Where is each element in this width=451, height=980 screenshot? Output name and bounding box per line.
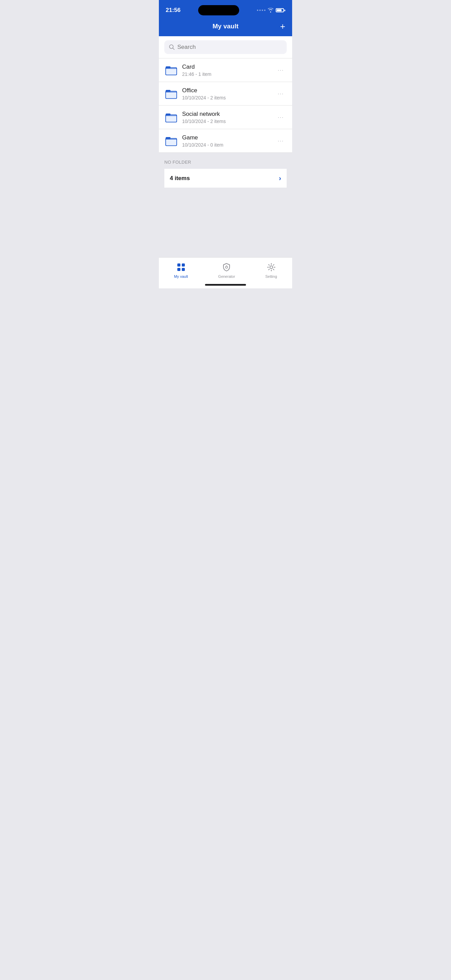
folder-meta: 10/10/2024 - 0 item	[182, 142, 275, 148]
svg-rect-3	[166, 66, 170, 68]
svg-rect-7	[166, 113, 170, 115]
status-bar: 21:56	[159, 0, 292, 19]
search-icon	[169, 45, 175, 50]
folder-more-button[interactable]: ⋯	[275, 112, 287, 123]
folder-meta: 10/10/2024 - 2 items	[182, 95, 275, 100]
no-folder-section: NO FOLDER 4 items ›	[159, 153, 292, 190]
dynamic-island	[198, 5, 239, 15]
folder-icon	[164, 87, 178, 100]
folder-info: Office 10/10/2024 - 2 items	[182, 87, 275, 100]
folder-info: Card 21:46 - 1 item	[182, 64, 275, 77]
chevron-right-icon: ›	[279, 174, 281, 182]
folder-icon	[164, 63, 178, 77]
items-count: 4 items	[170, 175, 190, 182]
nav-item-my-vault[interactable]: My vault	[167, 261, 195, 280]
signal-icon	[257, 10, 265, 11]
search-container	[159, 36, 292, 59]
setting-nav-label: Setting	[265, 274, 277, 278]
folder-name: Social network	[182, 111, 275, 118]
folder-item[interactable]: Office 10/10/2024 - 2 items ⋯	[159, 82, 292, 106]
svg-rect-5	[166, 90, 170, 92]
folder-list: Card 21:46 - 1 item ⋯ Office 10/10/2024 …	[159, 59, 292, 190]
svg-rect-13	[182, 268, 185, 271]
svg-rect-10	[177, 264, 180, 267]
bottom-nav: My vault Generator Setting	[159, 257, 292, 282]
svg-rect-12	[177, 268, 180, 271]
status-icons	[257, 8, 285, 13]
folder-item[interactable]: Social network 10/10/2024 - 2 items ⋯	[159, 106, 292, 129]
wifi-icon	[268, 8, 274, 13]
folder-meta: 21:46 - 1 item	[182, 72, 275, 77]
svg-line-1	[173, 48, 175, 50]
page-title: My vault	[213, 22, 238, 30]
header: My vault +	[159, 19, 292, 36]
folder-more-button[interactable]: ⋯	[275, 65, 287, 75]
my-vault-nav-label: My vault	[174, 274, 188, 278]
folder-name: Card	[182, 64, 275, 70]
folder-more-button[interactable]: ⋯	[275, 89, 287, 99]
folder-more-button[interactable]: ⋯	[275, 136, 287, 146]
no-folder-label: NO FOLDER	[164, 159, 287, 165]
nav-item-setting[interactable]: Setting	[259, 261, 284, 280]
folder-name: Game	[182, 134, 275, 141]
search-wrapper[interactable]	[164, 40, 287, 54]
nav-item-generator[interactable]: Generator	[211, 261, 242, 280]
svg-rect-9	[166, 137, 170, 139]
folder-icon	[164, 110, 178, 124]
generator-nav-label: Generator	[218, 274, 235, 278]
add-button[interactable]: +	[280, 22, 285, 31]
svg-point-14	[226, 266, 227, 268]
svg-point-16	[270, 266, 273, 269]
folder-info: Game 10/10/2024 - 0 item	[182, 134, 275, 148]
folder-item[interactable]: Game 10/10/2024 - 0 item ⋯	[159, 129, 292, 153]
status-time: 21:56	[166, 7, 180, 14]
search-input[interactable]	[177, 44, 282, 51]
items-row[interactable]: 4 items ›	[164, 169, 287, 188]
folder-item[interactable]: Card 21:46 - 1 item ⋯	[159, 59, 292, 82]
my-vault-nav-icon	[176, 262, 186, 273]
home-bar	[205, 284, 246, 286]
battery-icon	[276, 8, 285, 12]
folder-icon	[164, 134, 178, 148]
svg-rect-11	[182, 264, 185, 267]
folder-info: Social network 10/10/2024 - 2 items	[182, 111, 275, 124]
setting-nav-icon	[267, 262, 276, 273]
generator-nav-icon	[222, 262, 231, 273]
home-indicator	[159, 282, 292, 288]
folder-meta: 10/10/2024 - 2 items	[182, 119, 275, 124]
folder-name: Office	[182, 87, 275, 94]
main-content: Card 21:46 - 1 item ⋯ Office 10/10/2024 …	[159, 59, 292, 257]
